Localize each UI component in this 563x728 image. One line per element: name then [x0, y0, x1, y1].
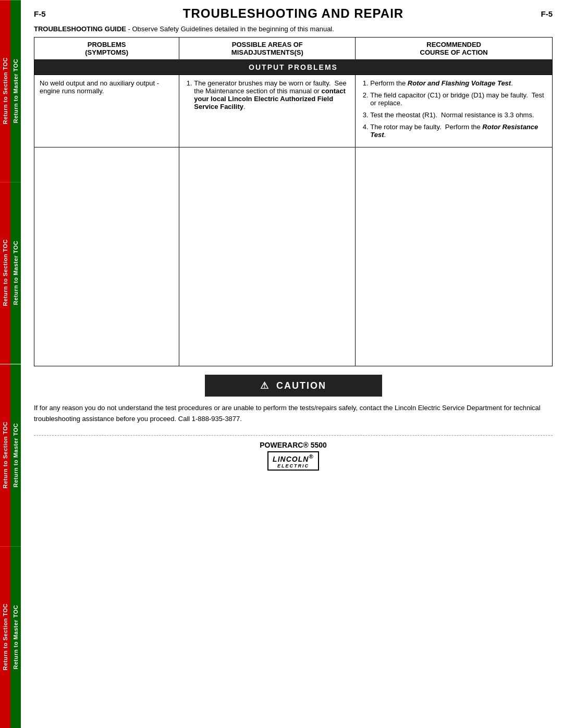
- main-content: F-5 TROUBLESHOOTING AND REPAIR F-5 TROUB…: [29, 0, 563, 481]
- problems-cell: No weld output and no auxiliary output -…: [34, 75, 179, 147]
- action-list: Perform the Rotor and Flashing Voltage T…: [361, 79, 547, 139]
- table-header-row: PROBLEMS(SYMPTOMS) POSSIBLE AREAS OFMISA…: [34, 38, 553, 60]
- table-row: No weld output and no auxiliary output -…: [34, 75, 553, 147]
- output-problems-header: OUTPUT PROBLEMS: [34, 60, 553, 75]
- caution-heading: CAUTION: [276, 380, 326, 391]
- problems-text: No weld output and no auxiliary output -…: [40, 79, 159, 95]
- return-master-toc-2[interactable]: Return to Master TOC: [10, 182, 21, 364]
- header-action: RECOMMENDEDCOURSE OF ACTION: [356, 38, 553, 60]
- output-problems-label: OUTPUT PROBLEMS: [34, 60, 553, 75]
- page-number-right: F-5: [541, 9, 553, 18]
- header-problems: PROBLEMS(SYMPTOMS): [34, 38, 179, 60]
- empty-cell-3: [356, 147, 553, 366]
- caution-icon: ⚠: [260, 380, 270, 391]
- logo-main-text: LINCOLN®: [273, 455, 314, 463]
- misadj-text-end: .: [243, 103, 246, 110]
- action-item-3: Test the rheostat (R1). Normal resistanc…: [370, 111, 547, 119]
- caution-container: ⚠ CAUTION: [34, 375, 553, 397]
- misadj-item-1: The generator brushes may be worn or fau…: [194, 79, 350, 110]
- return-section-toc-1[interactable]: Return to Section TOC: [0, 0, 10, 182]
- guide-body: - Observe Safety Guidelines detailed in …: [126, 25, 334, 33]
- footer-product: POWERARC® 5500: [34, 441, 553, 449]
- return-section-toc-3[interactable]: Return to Section TOC: [0, 364, 10, 546]
- misadj-cell: The generator brushes may be worn or fau…: [179, 75, 356, 147]
- caution-text-block: If for any reason you do not understand …: [34, 403, 553, 425]
- return-section-toc-2[interactable]: Return to Section TOC: [0, 182, 10, 364]
- action-4-plain: The rotor may be faulty. Perform the: [370, 123, 482, 131]
- action-1-bold-italic: Rotor and Flashing Voltage Test: [408, 79, 511, 87]
- misadj-list: The generator brushes may be worn or fau…: [185, 79, 350, 110]
- side-tabs: Return to Section TOC Return to Master T…: [0, 0, 26, 728]
- logo-name: LINCOLN: [273, 455, 309, 463]
- empty-cell-2: [179, 147, 356, 366]
- footer: POWERARC® 5500 LINCOLN® ELECTRIC: [34, 435, 553, 471]
- page-title: TROUBLESHOOTING AND REPAIR: [46, 6, 541, 21]
- page-number-left: F-5: [34, 9, 46, 18]
- action-item-1: Perform the Rotor and Flashing Voltage T…: [370, 79, 547, 87]
- caution-body: If for any reason you do not understand …: [34, 404, 541, 423]
- guide-label: TROUBLESHOOTING GUIDE: [34, 25, 126, 33]
- header-misadj: POSSIBLE AREAS OFMISADJUSTMENTS(S): [179, 38, 356, 60]
- logo-sub-text: ELECTRIC: [273, 463, 314, 468]
- action-1-plain: Perform the: [370, 79, 408, 87]
- return-master-toc-4[interactable]: Return to Master TOC: [10, 546, 21, 728]
- logo-reg: ®: [309, 453, 314, 460]
- page-header: F-5 TROUBLESHOOTING AND REPAIR F-5: [34, 6, 553, 21]
- empty-spacer-row: [34, 147, 553, 366]
- caution-box: ⚠ CAUTION: [205, 375, 382, 397]
- action-cell: Perform the Rotor and Flashing Voltage T…: [356, 75, 553, 147]
- action-2-plain: The field capacitor (C1) or bridge (D1) …: [370, 91, 544, 107]
- empty-cell-1: [34, 147, 179, 366]
- lincoln-logo: LINCOLN® ELECTRIC: [267, 451, 319, 471]
- return-master-toc-3[interactable]: Return to Master TOC: [10, 364, 21, 546]
- action-4-end: .: [384, 131, 386, 139]
- action-3-plain: Test the rheostat (R1). Normal resistanc…: [370, 111, 534, 119]
- return-master-toc-1[interactable]: Return to Master TOC: [10, 0, 21, 182]
- action-item-2: The field capacitor (C1) or bridge (D1) …: [370, 91, 547, 107]
- guide-text: TROUBLESHOOTING GUIDE - Observe Safety G…: [34, 25, 553, 33]
- action-item-4: The rotor may be faulty. Perform the Rot…: [370, 123, 547, 139]
- troubleshooting-table: PROBLEMS(SYMPTOMS) POSSIBLE AREAS OFMISA…: [34, 37, 553, 366]
- action-1-end: .: [511, 79, 513, 87]
- return-section-toc-4[interactable]: Return to Section TOC: [0, 546, 10, 728]
